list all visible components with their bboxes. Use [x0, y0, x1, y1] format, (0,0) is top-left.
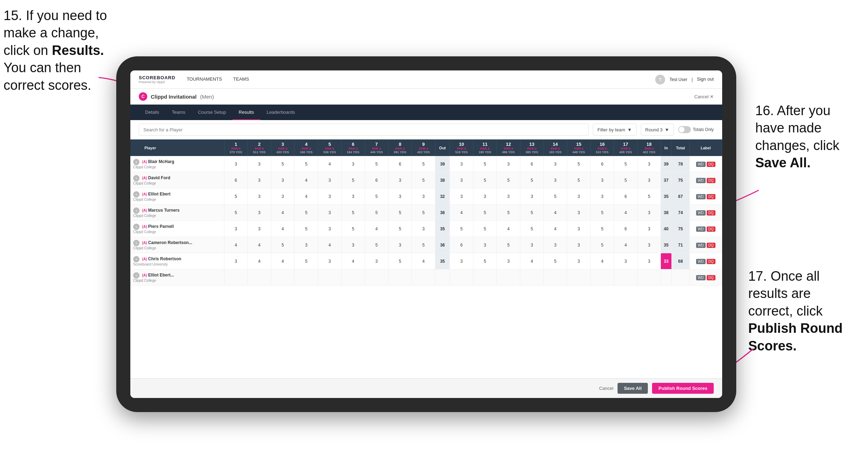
score-cell[interactable]: 6: [614, 188, 638, 205]
dq-button[interactable]: DQ: [707, 259, 715, 264]
score-cell[interactable]: 3: [567, 237, 591, 253]
score-cell[interactable]: 6: [224, 172, 248, 188]
score-cell[interactable]: 4: [248, 237, 271, 253]
score-cell[interactable]: 5: [473, 172, 497, 188]
tab-coursesetup[interactable]: Course Setup: [192, 105, 232, 120]
score-cell[interactable]: 5: [497, 172, 520, 188]
score-cell[interactable]: 4: [271, 221, 294, 237]
score-cell[interactable]: 3: [341, 237, 365, 253]
score-cell[interactable]: 5: [341, 172, 365, 188]
round-selector-btn[interactable]: Round 3 ▼: [641, 124, 674, 136]
score-cell[interactable]: 5: [473, 156, 497, 172]
score-cell[interactable]: 3: [412, 188, 435, 205]
score-cell[interactable]: 3: [590, 188, 614, 205]
score-cell[interactable]: 5: [365, 156, 389, 172]
score-cell[interactable]: 5: [520, 221, 544, 237]
score-cell[interactable]: 3: [318, 221, 342, 237]
search-input[interactable]: [139, 124, 589, 136]
score-cell[interactable]: 3: [271, 188, 294, 205]
score-cell[interactable]: 3: [388, 237, 412, 253]
score-cell[interactable]: 6: [388, 156, 412, 172]
score-cell[interactable]: 5: [365, 205, 389, 221]
score-cell[interactable]: 3: [388, 172, 412, 188]
cancel-action-btn[interactable]: Cancel: [599, 386, 613, 391]
score-cell[interactable]: 3: [450, 156, 473, 172]
score-cell[interactable]: 3: [614, 253, 638, 269]
score-cell[interactable]: 4: [318, 156, 342, 172]
score-cell[interactable]: 3: [473, 237, 497, 253]
score-cell[interactable]: 3: [248, 221, 271, 237]
score-cell[interactable]: 5: [544, 188, 567, 205]
wd-button[interactable]: WD: [696, 210, 706, 216]
score-cell[interactable]: 3: [567, 205, 591, 221]
score-cell[interactable]: 5: [294, 221, 318, 237]
score-cell[interactable]: 3: [450, 253, 473, 269]
save-all-button[interactable]: Save All: [618, 383, 648, 394]
score-cell[interactable]: 5: [520, 205, 544, 221]
wd-button[interactable]: WD: [696, 178, 706, 183]
wd-button[interactable]: WD: [696, 275, 706, 280]
scores-container[interactable]: Player 1PAR 4370 YDS 2PAR 5511 YDS 3PAR …: [130, 139, 722, 378]
tab-details[interactable]: Details: [139, 105, 166, 120]
score-cell[interactable]: 4: [271, 205, 294, 221]
score-cell[interactable]: 3: [318, 253, 342, 269]
score-cell[interactable]: 3: [341, 156, 365, 172]
score-cell[interactable]: 4: [520, 253, 544, 269]
score-cell[interactable]: 5: [224, 188, 248, 205]
score-cell[interactable]: 3: [248, 156, 271, 172]
score-cell[interactable]: 5: [271, 156, 294, 172]
score-cell[interactable]: 3: [590, 172, 614, 188]
totals-only-toggle[interactable]: [678, 126, 691, 133]
filter-team-btn[interactable]: Filter by team ▼: [593, 124, 637, 136]
score-cell[interactable]: 3: [450, 172, 473, 188]
score-cell[interactable]: 6: [365, 172, 389, 188]
wd-button[interactable]: WD: [696, 226, 706, 232]
score-cell[interactable]: 3: [637, 253, 661, 269]
score-cell[interactable]: 4: [614, 237, 638, 253]
dq-button[interactable]: DQ: [707, 275, 715, 280]
score-cell[interactable]: 5: [614, 172, 638, 188]
score-cell[interactable]: 6: [520, 156, 544, 172]
score-cell[interactable]: 5: [473, 221, 497, 237]
score-cell[interactable]: 4: [365, 221, 389, 237]
score-cell[interactable]: 3: [271, 172, 294, 188]
score-cell[interactable]: 3: [520, 188, 544, 205]
score-cell[interactable]: 3: [318, 172, 342, 188]
score-cell[interactable]: 5: [294, 205, 318, 221]
score-cell[interactable]: 3: [341, 188, 365, 205]
score-cell[interactable]: 5: [590, 237, 614, 253]
score-cell[interactable]: 3: [637, 156, 661, 172]
score-cell[interactable]: 5: [450, 221, 473, 237]
score-cell[interactable]: 3: [544, 237, 567, 253]
score-cell[interactable]: 3: [365, 253, 389, 269]
score-cell[interactable]: 3: [567, 221, 591, 237]
score-cell[interactable]: 3: [544, 172, 567, 188]
score-cell[interactable]: 5: [365, 237, 389, 253]
score-cell[interactable]: 5: [388, 253, 412, 269]
score-cell[interactable]: 5: [412, 172, 435, 188]
score-cell[interactable]: 3: [248, 172, 271, 188]
score-cell[interactable]: 4: [294, 188, 318, 205]
score-cell[interactable]: 4: [341, 253, 365, 269]
score-cell[interactable]: 3: [248, 205, 271, 221]
score-cell[interactable]: 4: [271, 253, 294, 269]
score-cell[interactable]: 3: [637, 205, 661, 221]
score-cell[interactable]: 3: [637, 237, 661, 253]
score-cell[interactable]: 5: [388, 221, 412, 237]
score-cell[interactable]: 3: [567, 253, 591, 269]
score-cell[interactable]: 5: [388, 205, 412, 221]
score-cell[interactable]: 3: [248, 188, 271, 205]
cancel-tournament-btn[interactable]: Cancel ✕: [694, 94, 714, 99]
score-cell[interactable]: 6: [450, 237, 473, 253]
score-cell[interactable]: 5: [294, 253, 318, 269]
score-cell[interactable]: 3: [637, 221, 661, 237]
score-cell[interactable]: 4: [248, 253, 271, 269]
score-cell[interactable]: 5: [567, 172, 591, 188]
score-cell[interactable]: 5: [473, 205, 497, 221]
dq-button[interactable]: DQ: [707, 210, 715, 216]
score-cell[interactable]: 4: [590, 253, 614, 269]
score-cell[interactable]: 3: [388, 188, 412, 205]
score-cell[interactable]: 3: [497, 156, 520, 172]
nav-tournaments[interactable]: TOURNAMENTS: [187, 75, 222, 84]
score-cell[interactable]: 5: [473, 253, 497, 269]
